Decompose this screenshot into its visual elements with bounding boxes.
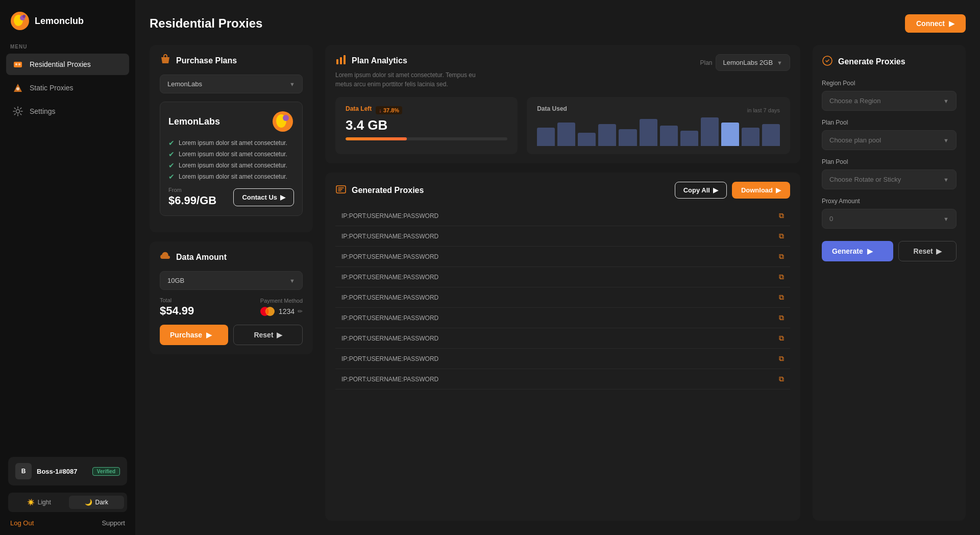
copy-proxy-icon[interactable]: ⧉ xyxy=(779,293,784,302)
reset-button[interactable]: Reset ▶ xyxy=(233,325,303,345)
data-left-bar xyxy=(346,137,507,140)
copy-proxy-icon[interactable]: ⧉ xyxy=(779,211,784,220)
total-row: Total $54.99 Payment Method xyxy=(160,297,303,318)
arrow-right-icon: ▶ xyxy=(277,331,282,339)
proxy-value: IP:PORT:USERNAME:PASSWORD xyxy=(341,212,438,220)
plan-feature-1: ✔ Lorem ipsum dolor sit amet consectetur… xyxy=(168,139,294,147)
copy-proxy-icon[interactable]: ⧉ xyxy=(779,334,784,343)
sidebar-item-static-proxies[interactable]: Static Proxies xyxy=(6,77,129,99)
download-icon: ▶ xyxy=(776,186,781,194)
data-left-label: Data Left xyxy=(346,105,372,112)
plan-feature-4: ✔ Lorem ipsum dolor sit amet consectetur… xyxy=(168,173,294,181)
copy-proxy-icon[interactable]: ⧉ xyxy=(779,354,784,363)
proxy-value: IP:PORT:USERNAME:PASSWORD xyxy=(341,335,438,342)
analytics-description: Lorem ipsum dolor sit amet consectetur. … xyxy=(335,70,478,89)
download-button[interactable]: Download ▶ xyxy=(732,182,790,199)
generate-proxies-title: Generate Proxies xyxy=(838,57,905,66)
check-icon: ✔ xyxy=(168,150,175,158)
purchase-button[interactable]: Purchase ▶ xyxy=(160,325,228,345)
bar-chart-bar xyxy=(660,126,678,146)
svg-rect-6 xyxy=(18,63,20,65)
data-used-box: Data Used in last 7 days xyxy=(527,97,790,154)
connect-button[interactable]: Connect ▶ xyxy=(905,14,966,33)
chevron-down-icon: ▼ xyxy=(289,278,295,284)
proxy-row[interactable]: IP:PORT:USERNAME:PASSWORD⧉ xyxy=(335,308,790,328)
bar-chart-bar xyxy=(721,123,739,146)
bar-chart-bar xyxy=(640,119,657,146)
plan-analytics-dropdown[interactable]: LemonLabs 2GB ▼ xyxy=(716,54,790,71)
lemmonlabs-logo xyxy=(272,110,294,133)
svg-rect-15 xyxy=(336,59,338,64)
contact-us-button[interactable]: Contact Us ▶ xyxy=(233,188,294,206)
check-icon: ✔ xyxy=(168,161,175,169)
sidebar-item-settings[interactable]: Settings xyxy=(6,101,129,122)
proxy-row[interactable]: IP:PORT:USERNAME:PASSWORD⧉ xyxy=(335,226,790,247)
plan-select-dropdown[interactable]: LemonLabs ▼ xyxy=(160,75,303,93)
generate-button[interactable]: Generate ▶ xyxy=(822,241,893,261)
dark-theme-button[interactable]: 🌙 Dark xyxy=(69,496,125,509)
data-amount-dropdown[interactable]: 10GB ▼ xyxy=(160,271,303,290)
bar-chart-bar xyxy=(619,129,636,146)
light-theme-button[interactable]: ☀️ Light xyxy=(11,496,67,509)
proxy-row[interactable]: IP:PORT:USERNAME:PASSWORD⧉ xyxy=(335,247,790,267)
proxy-row[interactable]: IP:PORT:USERNAME:PASSWORD⧉ xyxy=(335,267,790,287)
sidebar-nav: Residential Proxies Static Proxies Setti… xyxy=(0,54,135,124)
gen-reset-button[interactable]: Reset ▶ xyxy=(898,241,957,261)
region-pool-label: Region Pool xyxy=(822,80,957,87)
edit-icon[interactable]: ✏ xyxy=(298,308,303,315)
proxies-title: Generated Proxies xyxy=(352,186,424,195)
sidebar-item-residential-proxies[interactable]: Residential Proxies xyxy=(6,54,129,75)
proxy-value: IP:PORT:USERNAME:PASSWORD xyxy=(341,294,438,301)
plan-pool2-dropdown[interactable]: Choose Rotate or Sticky ▼ xyxy=(822,169,957,189)
support-link[interactable]: Support xyxy=(102,519,125,527)
menu-label: MENU xyxy=(0,40,135,54)
logout-link[interactable]: Log Out xyxy=(10,519,34,527)
plan-pool-dropdown[interactable]: Choose plan pool ▼ xyxy=(822,130,957,150)
plan-name: LemonLabs xyxy=(168,116,220,127)
bar-chart-bar xyxy=(762,124,780,146)
copy-proxy-icon[interactable]: ⧉ xyxy=(779,273,784,281)
proxy-amount-dropdown[interactable]: 0 ▼ xyxy=(822,209,957,229)
main-content: Residential Proxies Connect ▶ Purchase P… xyxy=(135,0,980,535)
sidebar-links: Log Out Support xyxy=(8,519,127,527)
proxy-row[interactable]: IP:PORT:USERNAME:PASSWORD⧉ xyxy=(335,206,790,226)
payment-card: 1234 ✏ xyxy=(259,306,303,317)
generate-actions: Generate ▶ Reset ▶ xyxy=(822,241,957,261)
copy-proxy-icon[interactable]: ⧉ xyxy=(779,252,784,261)
copy-proxy-icon[interactable]: ⧉ xyxy=(779,232,784,240)
plan-pool-section-1: Plan Pool Choose plan pool ▼ xyxy=(822,119,957,150)
card-number: 1234 xyxy=(279,307,295,315)
plan-price-row: From $6.99/GB Contact Us ▶ xyxy=(168,187,294,207)
arrow-right-icon: ▶ xyxy=(936,247,942,255)
bar-chart-bar xyxy=(578,133,596,146)
plan-price: $6.99/GB xyxy=(168,194,216,207)
content-columns: Purchase Plans LemonLabs ▼ LemonLabs xyxy=(150,45,966,521)
mastercard-icon xyxy=(259,306,276,317)
plan-label: Plan xyxy=(700,59,713,66)
center-column: Plan Analytics Lorem ipsum dolor sit ame… xyxy=(325,45,800,521)
plan-pool-label-2: Plan Pool xyxy=(822,158,957,165)
data-amount-header: Data Amount xyxy=(160,251,303,264)
proxy-row[interactable]: IP:PORT:USERNAME:PASSWORD⧉ xyxy=(335,349,790,369)
chevron-down-icon: ▼ xyxy=(943,137,949,143)
purchase-plans-header: Purchase Plans xyxy=(160,54,303,67)
proxy-amount-section: Proxy Amount 0 ▼ xyxy=(822,198,957,229)
proxy-row[interactable]: IP:PORT:USERNAME:PASSWORD⧉ xyxy=(335,287,790,308)
copy-all-button[interactable]: Copy All ▶ xyxy=(675,182,727,199)
data-left-box: Data Left ↓ 37.8% 3.4 GB xyxy=(335,97,518,154)
bar-chart-icon xyxy=(335,54,347,67)
svg-point-12 xyxy=(283,115,289,121)
copy-proxy-icon[interactable]: ⧉ xyxy=(779,375,784,383)
plan-inner-header: LemonLabs xyxy=(168,110,294,133)
total-amount: $54.99 xyxy=(160,304,194,318)
plan-analytics-card: Plan Analytics Lorem ipsum dolor sit ame… xyxy=(325,45,800,163)
proxy-value: IP:PORT:USERNAME:PASSWORD xyxy=(341,253,438,260)
plan-pool-label: Plan Pool xyxy=(822,119,957,126)
proxy-amount-label: Proxy Amount xyxy=(822,198,957,205)
copy-proxy-icon[interactable]: ⧉ xyxy=(779,313,784,322)
proxy-row[interactable]: IP:PORT:USERNAME:PASSWORD⧉ xyxy=(335,328,790,349)
sidebar-item-label: Residential Proxies xyxy=(30,60,91,68)
proxy-row[interactable]: IP:PORT:USERNAME:PASSWORD⧉ xyxy=(335,369,790,390)
region-pool-dropdown[interactable]: Choose a Region ▼ xyxy=(822,91,957,111)
username: Boss-1#8087 xyxy=(37,468,87,475)
